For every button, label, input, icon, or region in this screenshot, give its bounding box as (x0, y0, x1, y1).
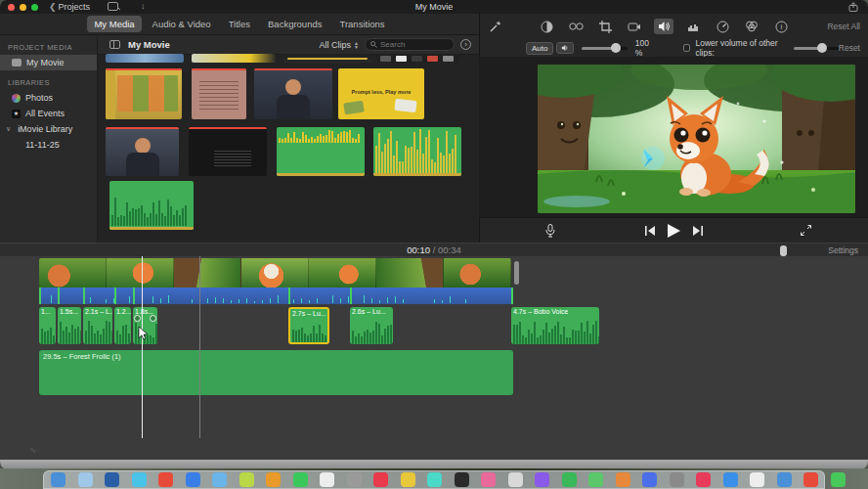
recents-icon[interactable]: › (460, 39, 471, 50)
sidebar-toggle-icon[interactable] (109, 40, 120, 49)
lower-volume-slider[interactable] (794, 47, 839, 50)
noise-reduction-icon[interactable] (683, 19, 703, 34)
playhead[interactable] (142, 256, 143, 438)
tab-my-media[interactable]: My Media (87, 16, 141, 32)
dock-app-icon[interactable] (239, 472, 254, 487)
dock-app-icon[interactable] (78, 472, 93, 487)
dock-app-icon[interactable] (481, 472, 496, 487)
dock-app-icon[interactable] (186, 472, 200, 487)
mute-button[interactable] (556, 42, 574, 54)
magic-wand-icon[interactable] (485, 19, 504, 34)
dock-app-icon[interactable] (105, 472, 119, 487)
dock-app-icon[interactable] (132, 472, 147, 487)
dock-app-icon[interactable] (696, 472, 711, 487)
tab-audio-video[interactable]: Audio & Video (146, 16, 218, 32)
clip-filter-dropdown[interactable]: All Clips ▲▼ (320, 40, 359, 50)
fade-handle[interactable] (134, 315, 141, 322)
audio-clip[interactable]: 2.1s – L... (83, 307, 112, 344)
sidebar-item-all-events[interactable]: ★All Events (0, 106, 97, 121)
speed-icon[interactable] (713, 19, 732, 34)
thumb-presenter[interactable] (254, 68, 332, 119)
dock-app-icon[interactable] (562, 472, 577, 487)
thumb-dark-screen[interactable] (189, 127, 267, 176)
dock-app-icon[interactable] (373, 472, 388, 487)
clip-filter-icon[interactable] (742, 19, 761, 34)
volume-slider[interactable] (582, 47, 627, 50)
info-icon[interactable]: i (771, 19, 791, 34)
thumb-presenter-2[interactable] (106, 127, 179, 176)
dock-app-icon[interactable] (455, 472, 469, 487)
dock-app-icon[interactable] (51, 472, 65, 487)
dock-app-icon[interactable] (777, 472, 792, 487)
lower-volume-slider-knob[interactable] (817, 43, 827, 53)
thumb-audio-clip-2[interactable] (373, 127, 461, 176)
play-button[interactable] (668, 224, 680, 238)
tab-transitions[interactable]: Transitions (332, 16, 391, 32)
volume-slider-knob[interactable] (611, 43, 621, 53)
dock-app-icon[interactable] (535, 472, 549, 487)
dock-app-icon[interactable] (750, 472, 764, 487)
thumb-screen-recording[interactable] (106, 68, 182, 119)
background-music-clip[interactable]: 29.5s – Forest Frolic (1) (39, 350, 513, 395)
audio-clip[interactable]: 1... (39, 307, 56, 344)
dock-app-icon[interactable] (293, 472, 308, 487)
timeline-zoom-knob[interactable] (780, 245, 787, 256)
next-frame-icon[interactable] (692, 226, 703, 236)
dock-app-icon[interactable] (831, 472, 846, 487)
color-balance-icon[interactable] (537, 19, 556, 34)
timeline-settings-button[interactable]: Settings (828, 245, 858, 255)
search-box[interactable] (365, 38, 455, 51)
color-correction-icon[interactable] (566, 19, 586, 34)
reset-button[interactable]: Reset (839, 43, 860, 53)
thumb-partial-4[interactable] (376, 54, 459, 63)
chevron-down-icon[interactable]: ∨ (6, 125, 11, 133)
dock-app-icon[interactable] (670, 472, 684, 487)
tab-backgrounds[interactable]: Backgrounds (261, 16, 328, 32)
thumb-partial-2[interactable] (192, 54, 276, 63)
dock-app-icon[interactable] (212, 472, 227, 487)
sidebar-item-11-11-25[interactable]: 11-11-25 (0, 137, 97, 153)
crop-icon[interactable] (595, 19, 615, 34)
thumb-document[interactable] (192, 68, 246, 119)
auto-volume-button[interactable]: Auto (526, 42, 553, 55)
audio-clip[interactable]: 2.7s – Lu... (288, 307, 329, 344)
search-input[interactable] (380, 40, 443, 49)
dock-app-icon[interactable] (401, 472, 415, 487)
audio-clip[interactable]: 2.6s – Lu... (350, 307, 393, 344)
reset-all-button[interactable]: Reset All (827, 22, 860, 31)
thumb-audio-clip-1[interactable] (277, 127, 365, 176)
fullscreen-icon[interactable] (801, 225, 811, 236)
dock-app-icon[interactable] (588, 472, 603, 487)
dock-app-icon[interactable] (616, 472, 630, 487)
volume-icon[interactable] (654, 19, 673, 34)
lower-volume-checkbox[interactable] (683, 44, 690, 52)
dock-app-icon[interactable] (266, 472, 281, 487)
thumb-partial-1[interactable] (106, 54, 184, 63)
dock-app-icon[interactable] (158, 472, 173, 487)
tab-titles[interactable]: Titles (222, 16, 257, 32)
dock-app-icon[interactable] (508, 472, 523, 487)
stabilization-icon[interactable] (625, 19, 644, 34)
thumb-partial-3[interactable] (283, 54, 371, 63)
video-clip-filmstrip[interactable] (39, 258, 511, 288)
dock-app-icon[interactable] (803, 472, 818, 487)
dock-app-icon[interactable] (347, 472, 362, 487)
dock-app-icon[interactable] (320, 472, 334, 487)
voiceover-mic-icon[interactable] (545, 224, 555, 238)
audio-clip[interactable]: 4.7s – Bobo Voice (511, 307, 599, 344)
sidebar-item-imovie-library[interactable]: ∨iMovie Library (0, 121, 97, 137)
thumb-yellow-slide[interactable]: Prompt less, Play more (338, 68, 424, 119)
previous-frame-icon[interactable] (645, 226, 656, 236)
dock-app-icon[interactable] (427, 472, 442, 487)
audio-clip[interactable]: 1.5s... (58, 307, 81, 344)
dock-app-icon[interactable] (723, 472, 738, 487)
sidebar-item-my-movie[interactable]: My Movie (0, 55, 97, 70)
audio-clip[interactable]: 1.2... (114, 307, 131, 344)
timeline-end-handle[interactable] (514, 261, 519, 285)
thumb-audio-clip-3[interactable] (109, 181, 194, 230)
video-clip-audio-strip[interactable] (39, 288, 511, 304)
sidebar-item-photos[interactable]: Photos (0, 90, 97, 106)
dock-app-icon[interactable] (642, 472, 657, 487)
fade-handle[interactable] (150, 315, 156, 322)
share-icon[interactable] (848, 2, 858, 12)
